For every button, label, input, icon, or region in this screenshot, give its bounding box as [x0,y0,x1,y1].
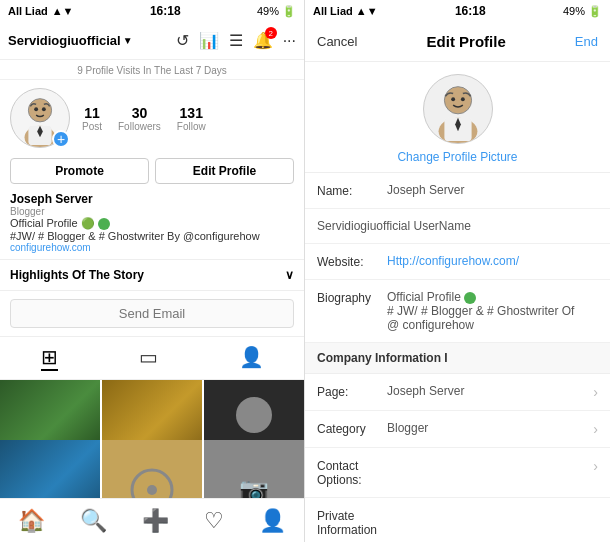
stats: 11 Post 30 Followers 131 Follow [82,105,206,132]
chevron-right-icon: › [593,384,598,400]
page-field[interactable]: Page: Joseph Server › [305,374,610,411]
svg-point-0 [28,99,51,122]
profile-visits: 9 Profile Visits In The Last 7 Days [0,60,304,80]
profile-avatar-large[interactable] [423,74,493,144]
verified-badge [98,218,110,230]
username-field[interactable]: Servidiogiuofficial UserName [305,209,610,244]
left-panel: All Liad ▲▼ 16:18 49% 🔋 Servidiogiuoffic… [0,0,305,542]
time-left: 16:18 [150,4,181,18]
nav-icons-right: ↺ 📊 ☰ 🔔 2 ··· [176,31,296,50]
time-right: 16:18 [455,4,486,18]
svg-point-3 [42,107,46,111]
send-email-input[interactable] [10,299,294,328]
private-info-field[interactable]: Private Information [305,498,610,542]
battery-right: 49% 🔋 [563,5,602,18]
more-icon[interactable]: ··· [283,32,296,50]
chevron-down-icon: ▼ [123,35,133,46]
photo-placeholder: 📷 [204,440,304,498]
chevron-right-icon: › [593,458,598,474]
user-tags: #JW/ # Blogger & # Ghostwriter By @confi… [10,230,294,242]
add-nav-icon[interactable]: ➕ [142,508,169,534]
status-bar-left: All Liad ▲▼ 16:18 49% 🔋 [0,0,304,22]
heart-nav-icon[interactable]: ♡ [204,508,224,534]
profile-info: + 11 Post 30 Followers 131 Follow [0,80,304,156]
username-display: Joseph Server [10,192,294,206]
notification-icon[interactable]: 🔔 2 [253,31,273,50]
svg-point-11 [147,485,157,495]
name-field[interactable]: Name: Joseph Server [305,173,610,209]
history-icon[interactable]: ↺ [176,31,189,50]
send-email-section [0,291,304,337]
home-nav-icon[interactable]: 🏠 [18,508,45,534]
following-stat: 131 Follow [177,105,206,132]
notification-badge: 2 [265,27,277,39]
svg-point-15 [460,97,464,101]
website-field[interactable]: Website: Http://configurehow.com/ [305,244,610,280]
nav-bar-left: Servidiogiuofficial ▼ ↺ 📊 ☰ 🔔 2 ··· [0,22,304,60]
list-icon[interactable]: ☰ [229,31,243,50]
action-buttons: Promote Edit Profile [0,156,304,190]
svg-point-12 [444,87,471,114]
user-bio: Joseph Server Blogger Official Profile 🟢… [0,190,304,259]
profile-pic-section: Change Profile Picture [305,62,610,173]
status-bar-right: All Liad ▲▼ 16:18 49% 🔋 [305,0,610,22]
carrier-left: All Liad ▲▼ [8,5,74,17]
bio-badge [464,292,476,304]
change-profile-picture-button[interactable]: Change Profile Picture [397,150,517,164]
company-info-section: Company Information I [305,343,610,374]
user-link[interactable]: configurehow.com [10,242,294,253]
avatar-container: + [10,88,70,148]
edit-profile-header: Cancel Edit Profile End [305,22,610,62]
edit-profile-button[interactable]: Edit Profile [155,158,294,184]
add-photo-button[interactable]: + [52,130,70,148]
chevron-right-icon: › [593,421,598,437]
tablet-tab[interactable]: ▭ [139,345,158,371]
grid-tab[interactable]: ⊞ [41,345,58,371]
search-nav-icon[interactable]: 🔍 [80,508,107,534]
biography-field[interactable]: Biography Official Profile # JW/ # Blogg… [305,280,610,343]
end-button[interactable]: End [575,34,598,49]
person-tab[interactable]: 👤 [239,345,264,371]
carrier-right: All Liad ▲▼ [313,5,378,17]
tab-icons: ⊞ ▭ 👤 [0,337,304,380]
svg-point-7 [236,397,272,433]
chevron-down-icon: ∨ [285,268,294,282]
chart-icon[interactable]: 📊 [199,31,219,50]
edit-profile-title: Edit Profile [427,33,506,50]
highlights-bar[interactable]: Highlights Of The Story ∨ [0,259,304,291]
right-panel: All Liad ▲▼ 16:18 49% 🔋 Cancel Edit Prof… [305,0,610,542]
cancel-button[interactable]: Cancel [317,34,357,49]
svg-point-2 [34,107,38,111]
svg-point-14 [451,97,455,101]
user-description: Official Profile 🟢 [10,217,294,230]
profile-nav-icon[interactable]: 👤 [259,508,286,534]
contact-options-field[interactable]: Contact Options: › [305,448,610,498]
account-name[interactable]: Servidiogiuofficial ▼ [8,33,133,48]
photo-grid: 📷 [0,380,304,498]
photo-5[interactable] [102,440,202,498]
battery-left: 49% 🔋 [257,5,296,18]
followers-stat: 30 Followers [118,105,161,132]
form-fields: Name: Joseph Server Servidiogiuofficial … [305,173,610,542]
photo-4[interactable] [0,440,100,498]
promote-button[interactable]: Promote [10,158,149,184]
user-role: Blogger [10,206,294,217]
posts-stat: 11 Post [82,105,102,132]
bottom-nav: 🏠 🔍 ➕ ♡ 👤 [0,498,304,542]
category-field[interactable]: Category Blogger › [305,411,610,448]
